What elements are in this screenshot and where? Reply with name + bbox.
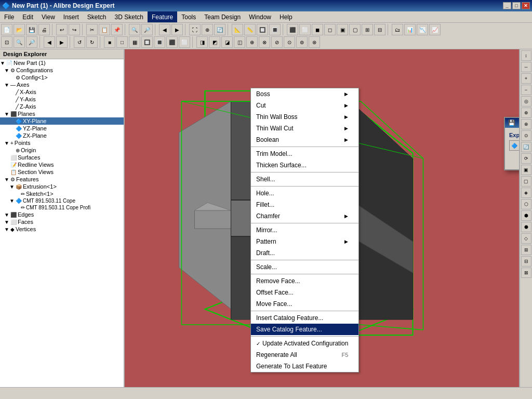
tb7[interactable]: 🔎 [141, 24, 153, 35]
view9[interactable]: ◩ [209, 36, 220, 48]
rt-btn-15[interactable]: ⬢ [521, 210, 531, 221]
undo-button[interactable]: ↩ [56, 24, 68, 35]
zoom-in[interactable]: 🔍 [14, 36, 25, 48]
rotate1[interactable]: ↺ [74, 36, 85, 48]
menu-save-catalog[interactable]: Save Catalog Feature... [251, 324, 358, 335]
menu-draft[interactable]: Draft... [251, 247, 358, 259]
tree-item-yz-plane[interactable]: 🔷 YZ-Plane [0, 125, 124, 132]
maximize-button[interactable]: □ [512, 2, 521, 9]
print-button[interactable]: 🖨 [38, 24, 50, 35]
menu-pattern[interactable]: Pattern ▶ [251, 236, 358, 247]
rt-btn-1[interactable]: ↕ [521, 50, 531, 61]
tree-item-configurations[interactable]: ▼ ⚙ Configurations [0, 66, 124, 74]
tb8[interactable]: ◀ [159, 24, 170, 35]
tb24[interactable]: ⊟ [374, 24, 385, 35]
tb25[interactable]: 🗂 [392, 24, 403, 35]
tree-item-planes[interactable]: ▼ ⬛ Planes [0, 110, 124, 117]
tb15[interactable]: 🔲 [257, 24, 268, 35]
menu-offset-face[interactable]: Offset Face... [251, 287, 358, 298]
view8[interactable]: ◨ [196, 36, 208, 48]
menu-help[interactable]: Help [275, 11, 297, 22]
tb16[interactable]: 🔳 [269, 24, 281, 35]
menu-feature[interactable]: Feature [148, 11, 177, 22]
expand-part[interactable]: ▼ [0, 60, 5, 66]
tb5[interactable]: 📌 [111, 24, 123, 35]
tree-item-xy-plane[interactable]: 🔷 XY-Plane [0, 117, 124, 125]
view13[interactable]: ⊗ [259, 36, 270, 48]
tb14[interactable]: 📏 [244, 24, 256, 35]
rt-btn-19[interactable]: ⊟ [521, 256, 531, 267]
tb28[interactable]: 📈 [429, 24, 441, 35]
menu-trim-model[interactable]: Trim Model... [251, 148, 358, 159]
expand-points[interactable]: ▼ [4, 140, 9, 146]
expand-extrusion1[interactable]: ▼ [9, 184, 15, 190]
view6[interactable]: ⬛ [166, 36, 178, 48]
save-button[interactable]: 💾 [26, 24, 37, 35]
zoom-fit[interactable]: ⊡ [1, 36, 12, 48]
rt-btn-13[interactable]: ◈ [521, 188, 531, 198]
tb9[interactable]: ▶ [171, 24, 183, 35]
menu-thin-wall-cut[interactable]: Thin Wall Cut ▶ [251, 123, 358, 134]
view2[interactable]: □ [116, 36, 128, 48]
expand-faces[interactable]: ▼ [4, 219, 9, 225]
zoom-out[interactable]: 🔎 [26, 36, 37, 48]
expand-features[interactable]: ▼ [4, 177, 9, 182]
menu-insert-catalog[interactable]: Insert Catalog Feature... [251, 312, 358, 324]
menu-mirror[interactable]: Mirror... [251, 224, 358, 236]
menu-hole[interactable]: Hole... [251, 188, 358, 199]
tree-item-sketch1[interactable]: ✏ Sketch<1> [0, 190, 124, 197]
close-button[interactable]: ✕ [522, 2, 530, 9]
rt-btn-9[interactable]: 🔄 [521, 142, 531, 152]
view17[interactable]: ⊛ [309, 36, 320, 48]
view10[interactable]: ◪ [221, 36, 233, 48]
tb20[interactable]: ◻ [324, 24, 336, 35]
tb23[interactable]: ⊞ [362, 24, 373, 35]
tree-item-surfaces[interactable]: ⬜ Surfaces [0, 154, 124, 161]
menu-sketch[interactable]: Sketch [83, 11, 111, 22]
menu-remove-face[interactable]: Remove Face... [251, 275, 358, 287]
menu-cut[interactable]: Cut ▶ [251, 100, 358, 111]
view5[interactable]: 🔳 [154, 36, 165, 48]
menu-insert[interactable]: Insert [59, 11, 83, 22]
menu-file[interactable]: File [0, 11, 18, 22]
rt-btn-17[interactable]: ◇ [521, 233, 531, 244]
expand-vertices[interactable]: ▼ [4, 227, 9, 232]
menu-edit[interactable]: Edit [18, 11, 37, 22]
tb21[interactable]: ▣ [337, 24, 348, 35]
tb22[interactable]: ▢ [349, 24, 361, 35]
view15[interactable]: ⊙ [284, 36, 295, 48]
menu-regenerate-all[interactable]: Regenerate All F5 [251, 349, 358, 361]
rt-btn-10[interactable]: ⟳ [521, 153, 531, 164]
new-button[interactable]: 📄 [1, 24, 12, 35]
tb6[interactable]: 🔍 [129, 24, 140, 35]
rt-btn-3[interactable]: + [521, 73, 531, 84]
menu-window[interactable]: Window [245, 11, 275, 22]
rt-btn-18[interactable]: ⊞ [521, 245, 531, 255]
minimize-button[interactable]: _ [503, 2, 511, 9]
rt-btn-16[interactable]: ⬣ [521, 222, 531, 232]
expand-planes[interactable]: ▼ [4, 111, 9, 117]
rt-btn-5[interactable]: ◎ [521, 96, 531, 107]
tb26[interactable]: 📊 [404, 24, 416, 35]
view7[interactable]: ⬜ [179, 36, 190, 48]
menu-scale[interactable]: Scale... [251, 261, 358, 273]
rt-btn-20[interactable]: ⊠ [521, 268, 531, 278]
tb11[interactable]: ⊕ [202, 24, 213, 35]
tree-item-points[interactable]: ▼ + Points [0, 139, 124, 147]
menu-view[interactable]: View [37, 11, 59, 22]
tree-item-yaxis[interactable]: ╱ Y-Axis [0, 96, 124, 103]
view16[interactable]: ⊚ [296, 36, 308, 48]
view11[interactable]: ◫ [234, 36, 245, 48]
menu-3d-sketch[interactable]: 3D Sketch [111, 11, 148, 22]
tree-item-redline-views[interactable]: 📝 Redline Views [0, 161, 124, 168]
view14[interactable]: ⊘ [271, 36, 283, 48]
pan-right[interactable]: ▶ [56, 36, 68, 48]
rt-btn-4[interactable]: − [521, 85, 531, 95]
rt-btn-6[interactable]: ⊕ [521, 108, 531, 118]
tree-item-features[interactable]: ▼ ⚙ Features [0, 176, 124, 183]
tb3[interactable]: ✂ [86, 24, 98, 35]
rt-btn-2[interactable]: ↔ [521, 62, 531, 72]
rt-btn-14[interactable]: ⬡ [521, 199, 531, 209]
tb13[interactable]: 📐 [232, 24, 243, 35]
tb4[interactable]: 📋 [99, 24, 110, 35]
